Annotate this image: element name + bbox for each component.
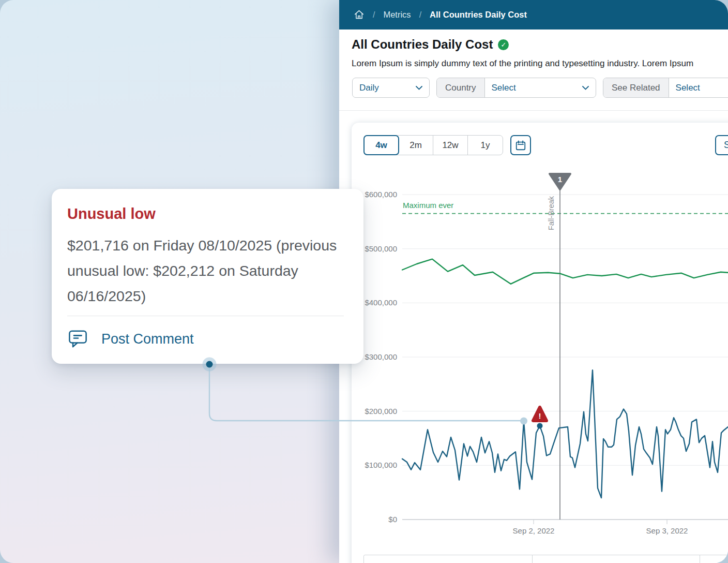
country-filter-group: Country Select bbox=[436, 78, 596, 98]
page-subtitle: Lorem Ipsum is simply dummy text of the … bbox=[352, 58, 728, 69]
home-icon[interactable] bbox=[354, 9, 365, 20]
app-sheet: / Metrics / All Countries Daily Cost All… bbox=[0, 0, 728, 563]
annotation-body: $201,716 on Friday 08/10/2025 (previous … bbox=[67, 233, 343, 309]
country-select-value: Select bbox=[492, 83, 516, 93]
range-selector: 4w 2m 12w 1y bbox=[363, 135, 503, 155]
breadcrumb-separator: / bbox=[373, 10, 375, 20]
anomaly-annotation-card: Unusual low $201,716 on Friday 08/10/202… bbox=[52, 189, 363, 364]
header-divider bbox=[339, 110, 728, 111]
breadcrumb-metrics[interactable]: Metrics bbox=[383, 10, 411, 20]
filter-bar: Daily Country Select See Related Select bbox=[352, 78, 728, 98]
annotation-divider bbox=[67, 316, 344, 316]
bottom-table[interactable] bbox=[363, 555, 728, 563]
page-header: All Countries Daily Cost ✓ Lorem Ipsum i… bbox=[352, 37, 728, 69]
post-comment-label: Post Comment bbox=[101, 331, 194, 347]
related-filter-label: See Related bbox=[603, 78, 669, 97]
share-button-partial[interactable]: S bbox=[715, 135, 728, 155]
calendar-button[interactable] bbox=[510, 135, 531, 155]
range-4w-button[interactable]: 4w bbox=[363, 135, 399, 155]
table-column-divider bbox=[700, 555, 700, 563]
range-2m-button[interactable]: 2m bbox=[399, 136, 433, 155]
frequency-select[interactable]: Daily bbox=[352, 78, 430, 98]
page-title: All Countries Daily Cost ✓ bbox=[352, 37, 728, 52]
range-1y-button[interactable]: 1y bbox=[468, 136, 503, 155]
verified-badge-icon: ✓ bbox=[498, 39, 509, 50]
country-select[interactable]: Select bbox=[485, 78, 596, 97]
post-comment-button[interactable]: Post Comment bbox=[68, 328, 194, 350]
chevron-down-icon bbox=[416, 86, 422, 90]
related-select[interactable]: Select bbox=[669, 78, 728, 97]
annotation-title: Unusual low bbox=[67, 205, 343, 223]
calendar-icon bbox=[515, 140, 526, 151]
related-filter-group: See Related Select bbox=[603, 78, 728, 98]
metrics-panel: / Metrics / All Countries Daily Cost All… bbox=[339, 0, 728, 563]
breadcrumb-current: All Countries Daily Cost bbox=[430, 10, 527, 20]
range-12w-button[interactable]: 12w bbox=[433, 136, 468, 155]
chevron-down-icon bbox=[582, 86, 589, 90]
comment-icon bbox=[68, 330, 88, 348]
breadcrumb: / Metrics / All Countries Daily Cost bbox=[339, 0, 728, 29]
table-column-divider bbox=[532, 555, 533, 563]
breadcrumb-separator: / bbox=[419, 10, 421, 20]
related-select-value: Select bbox=[676, 83, 700, 93]
chart-card bbox=[352, 123, 728, 563]
country-filter-label: Country bbox=[437, 78, 485, 97]
page-title-text: All Countries Daily Cost bbox=[352, 37, 493, 52]
frequency-value: Daily bbox=[359, 83, 379, 93]
